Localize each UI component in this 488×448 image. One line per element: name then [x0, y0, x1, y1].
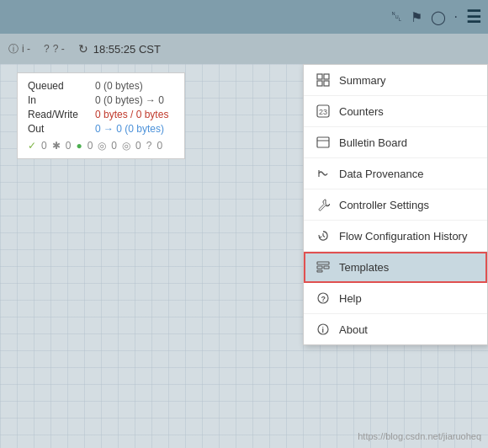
- svg-line-10: [323, 236, 325, 237]
- help-small-icon: ?: [44, 43, 50, 55]
- help-circle-icon: ?: [316, 291, 331, 306]
- question-icon: ?: [146, 140, 152, 152]
- menu-item-about[interactable]: i About: [304, 314, 487, 344]
- summary-label: Summary: [339, 74, 386, 87]
- queued-value: 0 (0 bytes): [95, 80, 143, 92]
- history-icon: [316, 228, 331, 243]
- top-bar-icons: ␀ ⚑ ◯ · ☰: [391, 8, 481, 25]
- menu-item-counters[interactable]: 23 Counters: [304, 96, 487, 127]
- in-value: 0 (0 bytes) → 0: [95, 94, 164, 106]
- templates-icon: [316, 259, 331, 275]
- menu-item-flow-history[interactable]: Flow Configuration History: [304, 221, 487, 252]
- status-row-out: Out 0 → 0 (0 bytes): [28, 123, 174, 135]
- svg-text:23: 23: [319, 108, 327, 116]
- menu-item-controller-settings[interactable]: Controller Settings: [304, 189, 487, 221]
- svg-rect-12: [317, 266, 322, 269]
- tick-icon: ✓: [28, 140, 36, 152]
- status-row-in: In 0 (0 bytes) → 0: [28, 94, 174, 106]
- svg-rect-2: [317, 81, 322, 86]
- hamburger-icon[interactable]: ☰: [466, 8, 481, 25]
- tick-count: 0: [41, 140, 47, 152]
- toolbar: ⓘ i - ? ? - ↻ 18:55:25 CST: [0, 34, 488, 64]
- svg-rect-3: [324, 81, 329, 86]
- svg-rect-6: [317, 137, 329, 147]
- main-area: Queued 0 (0 bytes) In 0 (0 bytes) → 0 Re…: [0, 64, 488, 448]
- plus-count: 0: [88, 140, 93, 152]
- counters-label: Counters: [339, 105, 384, 118]
- circle-icon: ◎: [98, 140, 106, 152]
- status-panel: Queued 0 (0 bytes) In 0 (0 bytes) → 0 Re…: [17, 72, 185, 159]
- data-provenance-label: Data Provenance: [339, 168, 423, 180]
- wrench-icon: [316, 197, 331, 212]
- help-label: Help: [339, 292, 362, 305]
- asterisk-count: 0: [66, 140, 72, 152]
- menu-item-data-provenance[interactable]: Data Provenance: [304, 158, 487, 189]
- readwrite-value: 0 bytes / 0 bytes: [95, 109, 168, 120]
- about-icon: i: [316, 322, 331, 337]
- circle2-count: 0: [135, 140, 141, 152]
- time-display: ↻ 18:55:25 CST: [78, 42, 161, 56]
- dropdown-menu: Summary 23 Counters Bulletin Board: [303, 64, 488, 345]
- top-bar: ␀ ⚑ ◯ · ☰: [0, 0, 488, 34]
- about-label: About: [339, 323, 368, 336]
- question-count: 0: [156, 140, 162, 152]
- settings-circle-icon[interactable]: ◯: [431, 9, 446, 25]
- menu-item-templates[interactable]: Templates: [304, 252, 487, 283]
- menu-item-bulletin-board[interactable]: Bulletin Board: [304, 127, 487, 158]
- readwrite-label: Read/Write: [28, 109, 88, 120]
- grid-icon: [316, 72, 331, 88]
- circle2-icon: ◎: [122, 140, 130, 152]
- templates-label: Templates: [339, 261, 389, 274]
- menu-item-help[interactable]: ? Help: [304, 283, 487, 314]
- out-value: 0 → 0 (0 bytes): [95, 123, 164, 135]
- watermark: https://blog.csdn.net/jiaruoheq: [358, 431, 481, 441]
- asterisk-icon: ✱: [52, 140, 61, 152]
- help-label: ? -: [53, 43, 65, 55]
- controller-settings-label: Controller Settings: [339, 199, 429, 211]
- svg-rect-13: [324, 266, 329, 269]
- status-icons-row: ✓ 0 ✱ 0 ● 0 ◎ 0 ◎ 0 ? 0: [28, 140, 174, 152]
- monitor-icon[interactable]: ␀: [391, 9, 402, 24]
- time-value: 18:55:25 CST: [93, 43, 161, 56]
- queued-label: Queued: [28, 80, 88, 92]
- refresh-icon[interactable]: ↻: [78, 42, 88, 56]
- more-icon[interactable]: ·: [454, 9, 458, 24]
- svg-text:?: ?: [321, 295, 326, 303]
- status-row-queued: Queued 0 (0 bytes): [28, 80, 174, 92]
- counter-icon: 23: [316, 104, 331, 119]
- flow-history-label: Flow Configuration History: [339, 230, 467, 243]
- svg-rect-0: [317, 74, 322, 79]
- info-button[interactable]: ⓘ i -: [8, 42, 30, 56]
- bookmark-icon[interactable]: ⚑: [411, 9, 422, 25]
- info-label: i -: [22, 43, 30, 55]
- info-icon: ⓘ: [8, 42, 19, 56]
- circle-count: 0: [111, 140, 117, 152]
- svg-rect-11: [317, 262, 329, 264]
- svg-text:i: i: [322, 326, 325, 334]
- menu-item-summary[interactable]: Summary: [304, 65, 487, 96]
- board-icon: [316, 135, 331, 150]
- bulletin-board-label: Bulletin Board: [339, 136, 407, 149]
- plus-icon: ●: [76, 140, 82, 152]
- out-label: Out: [28, 123, 88, 135]
- provenance-icon: [316, 166, 331, 181]
- svg-rect-14: [317, 270, 322, 272]
- in-label: In: [28, 94, 88, 106]
- svg-rect-1: [324, 74, 329, 79]
- status-row-readwrite: Read/Write 0 bytes / 0 bytes: [28, 109, 174, 120]
- help-button[interactable]: ? ? -: [44, 43, 65, 55]
